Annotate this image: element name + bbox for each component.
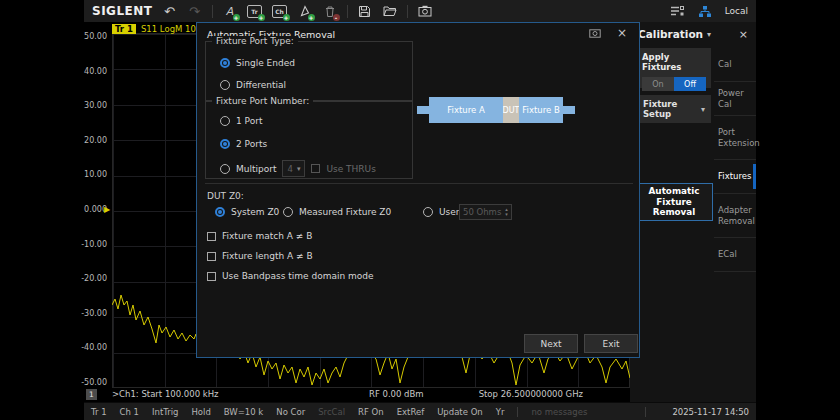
status-item-srccal[interactable]: SrcCal	[318, 407, 345, 417]
y-tick-label: -40.00	[81, 343, 107, 352]
sidebar-title[interactable]: Calibration	[638, 28, 703, 40]
automatic-fixture-removal-button[interactable]: Automatic Fixture Removal	[635, 183, 713, 221]
new-trace-icon[interactable]: Tr +	[247, 3, 263, 19]
delete-trash-icon[interactable]: -	[322, 3, 338, 19]
rf-power-label[interactable]: RF 0.00 dBm	[369, 389, 424, 399]
dut-block: DUT	[503, 97, 519, 123]
status-item-hold[interactable]: Hold	[191, 407, 210, 417]
fixture-setup-label: Fixture Setup	[643, 99, 701, 119]
undo-icon[interactable]: ↶	[162, 3, 178, 19]
radio-single-ended[interactable]: Single Ended	[220, 58, 295, 68]
next-button[interactable]: Next	[524, 334, 578, 353]
status-bar: Tr 1Ch 1IntTrigHoldBW=10 kNo CorSrcCalRF…	[84, 402, 756, 420]
bandpass-mode-checkbox-row[interactable]: Use Bandpass time domain mode	[207, 271, 374, 281]
apply-fixtures-panel: Apply Fixtures On Off	[637, 48, 711, 88]
add-marker-icon[interactable]: +	[297, 3, 313, 19]
radio-icon[interactable]	[220, 164, 230, 174]
port-stub-right	[563, 106, 575, 114]
group-legend: Fixture Port Type:	[212, 36, 298, 46]
checkbox-icon[interactable]	[207, 272, 216, 281]
checkbox-icon[interactable]	[207, 232, 216, 241]
group-legend: Fixture Port Number:	[212, 96, 313, 106]
status-item-rf-on[interactable]: RF On	[358, 407, 384, 417]
sidebar-menu: CalPower CalPort ExtensionFixturesAdapte…	[714, 48, 756, 272]
toolbar-divider	[212, 5, 213, 18]
radio-icon[interactable]	[423, 207, 433, 217]
y-tick-label: 50.00	[84, 32, 107, 41]
radio-1-port[interactable]: 1 Port	[220, 116, 262, 126]
exit-button[interactable]: Exit	[584, 334, 638, 353]
redo-icon[interactable]: ↷	[187, 3, 203, 19]
local-mode-label[interactable]: Local	[725, 6, 748, 16]
stop-frequency-label[interactable]: Stop 26.500000000 GHz	[479, 389, 583, 399]
y-tick-label: -10.00	[81, 239, 107, 248]
sidebar-menu-item-ecal[interactable]: ECal	[714, 238, 756, 272]
radio-icon[interactable]	[220, 80, 230, 90]
plus-badge-icon: +	[233, 14, 240, 21]
fixture-length-checkbox-row[interactable]: Fixture length A ≠ B	[207, 251, 313, 261]
spin-down-icon[interactable]: ▾	[505, 212, 508, 217]
fixture-port-number-group: Fixture Port Number: 1 Port 2 Ports Mult…	[205, 101, 413, 179]
screenshot-camera-icon[interactable]	[417, 3, 433, 19]
save-icon[interactable]	[357, 3, 373, 19]
radio-differential[interactable]: Differential	[220, 80, 286, 90]
chevron-down-icon: ▾	[707, 30, 711, 39]
fixture-match-checkbox-row[interactable]: Fixture match A ≠ B	[207, 231, 312, 241]
fixture-a-block: Fixture A	[429, 97, 503, 123]
status-item-tr-1[interactable]: Tr 1	[91, 407, 107, 417]
sidebar-menu-item-cal[interactable]: Cal	[714, 48, 756, 82]
sidebar-close-icon[interactable]: ×	[739, 28, 748, 41]
radio-2-ports[interactable]: 2 Ports	[220, 139, 267, 149]
sidebar-menu-item-port-extension[interactable]: Port Extension	[714, 116, 756, 160]
radio-icon[interactable]	[215, 207, 225, 217]
radio-multiport[interactable]: Multiport 4 ▾ Use THRUs	[220, 160, 376, 177]
status-item-ch-1[interactable]: Ch 1	[120, 407, 139, 417]
radio-icon[interactable]	[220, 116, 230, 126]
radio-icon[interactable]	[220, 139, 230, 149]
radio-system-z0[interactable]: System Z0	[215, 207, 279, 217]
y-tick-label: -50.00	[81, 378, 107, 387]
toggle-off-option[interactable]: Off	[674, 77, 706, 91]
toolbar-divider	[347, 5, 348, 18]
start-frequency-label[interactable]: >Ch1: Start 100.000 kHz	[112, 389, 219, 399]
open-folder-icon[interactable]	[382, 3, 398, 19]
radio-icon[interactable]	[220, 58, 230, 68]
fixture-b-block: Fixture B	[519, 97, 563, 123]
status-item-yr[interactable]: Yr	[496, 407, 505, 417]
sidebar-menu-item-fixtures[interactable]: Fixtures	[714, 160, 756, 194]
y-tick-label: 30.00	[84, 101, 107, 110]
chart-annotations: 1 >Ch1: Start 100.000 kHz RF 0.00 dBm St…	[84, 389, 630, 402]
plus-badge-icon: +	[283, 14, 290, 21]
sidebar-menu-item-adapter-removal[interactable]: Adapter Removal	[714, 194, 756, 238]
multiport-count-select[interactable]: 4 ▾	[282, 160, 305, 177]
layout-icon[interactable]	[669, 3, 685, 19]
automatic-fixture-removal-dialog: Automatic Fixture Removal × Fixture Port…	[196, 22, 640, 358]
dut-z0-label: DUT Z0:	[207, 191, 244, 201]
status-item-extref[interactable]: ExtRef	[397, 407, 424, 417]
toggle-on-option[interactable]: On	[642, 77, 674, 91]
fixture-setup-dropdown[interactable]: Fixture Setup ▾	[637, 95, 711, 123]
plus-badge-icon: +	[258, 14, 265, 21]
sidebar-menu-item-power-cal[interactable]: Power Cal	[714, 82, 756, 116]
fixture-diagram: Fixture A DUT Fixture B	[417, 97, 577, 123]
toolbar-divider	[407, 5, 408, 18]
status-item-update-on[interactable]: Update On	[437, 407, 483, 417]
dialog-screenshot-icon[interactable]	[589, 28, 601, 38]
status-item-no-cor[interactable]: No Cor	[276, 407, 305, 417]
port-stub-left	[417, 106, 429, 114]
use-thrus-checkbox[interactable]	[311, 164, 320, 173]
user-z0-spinbox[interactable]: 50 Ohms ▴ ▾	[459, 204, 512, 220]
new-channel-icon[interactable]: Ch +	[272, 3, 288, 19]
apply-fixtures-label: Apply Fixtures	[642, 52, 706, 72]
radio-measured-fixture-z0[interactable]: Measured Fixture Z0	[283, 207, 391, 217]
checkbox-icon[interactable]	[207, 252, 216, 261]
status-item-bw=10-k[interactable]: BW=10 k	[224, 407, 264, 417]
y-tick-label: -30.00	[81, 308, 107, 317]
add-trace-icon[interactable]: A +	[222, 3, 238, 19]
status-item-inttrig[interactable]: IntTrig	[152, 407, 178, 417]
lan-network-icon[interactable]	[697, 3, 713, 19]
apply-fixtures-toggle[interactable]: On Off	[642, 77, 706, 91]
status-divider	[517, 407, 518, 417]
dialog-close-icon[interactable]: ×	[617, 26, 627, 40]
radio-icon[interactable]	[283, 207, 293, 217]
